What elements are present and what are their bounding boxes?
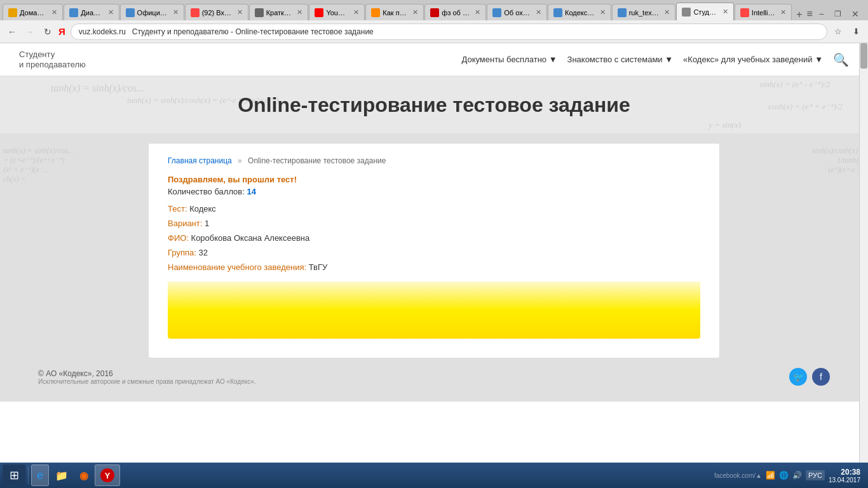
tab-9[interactable]: Об охра... ✕ [487, 4, 547, 20]
browser-chrome: Домашн... ✕ Диалоги ✕ Официал... ✕ (92) … [0, 0, 868, 43]
window-minimize-button[interactable]: − [815, 8, 828, 20]
tab-2[interactable]: Диалоги ✕ [64, 4, 119, 20]
taskbar-sep-1 [28, 466, 29, 484]
score-line: Количество баллов: 14 [168, 187, 700, 196]
math-formula-1: tanh(x) = sinh(x)/cos... [51, 83, 144, 94]
tab-7-close[interactable]: ✕ [412, 8, 418, 17]
forward-button[interactable]: → [23, 25, 37, 39]
tab-11-close[interactable]: ✕ [664, 8, 670, 17]
facebook-button[interactable]: f [812, 368, 830, 386]
breadcrumb-home-link[interactable]: Главная страница [168, 156, 232, 165]
page-area: Студенту и преподавателю Документы беспл… [0, 43, 868, 463]
ie-icon: e [37, 469, 43, 482]
nav-docs[interactable]: Документы бесплатно ▼ [461, 55, 557, 64]
tab-6-close[interactable]: ✕ [353, 8, 359, 17]
tab-13-close[interactable]: ✕ [780, 8, 786, 17]
start-button[interactable]: ⊞ [3, 464, 25, 486]
tab-6[interactable]: YouTube ✕ [309, 4, 365, 20]
twitter-button[interactable]: 🐦 [789, 368, 807, 386]
tab-9-label: Об охра... [504, 9, 531, 17]
tab-12-close[interactable]: ✕ [722, 8, 728, 16]
yandex-logo: Я [58, 26, 65, 37]
taskbar-right: facebook.com/▲ 📶 🌐 🔊 РУС 20:38 13.04.201… [709, 468, 865, 484]
window-close-button[interactable]: ✕ [848, 8, 863, 20]
tab-8-favicon [430, 8, 439, 17]
tab-3-label: Официал... [137, 9, 168, 17]
math-formula-3: y = sin(x) [709, 120, 741, 130]
tab-13[interactable]: Intellicast ✕ [735, 4, 792, 20]
org-label: Наименование учебного заведения: [168, 262, 309, 272]
tab-1[interactable]: Домашн... ✕ [3, 4, 63, 20]
org-value: ТвГУ [309, 262, 328, 272]
tab-11[interactable]: ruk_texpе... ✕ [612, 4, 676, 20]
tab-11-favicon [618, 8, 627, 17]
app3-icon: ◉ [79, 470, 88, 482]
tab-8[interactable]: фз об ох... ✕ [424, 4, 486, 20]
tab-1-close[interactable]: ✕ [51, 8, 57, 17]
tab-13-label: Intellicast [752, 9, 775, 17]
volume-icon: 🔊 [792, 471, 802, 480]
tab-12[interactable]: Студен... ✕ [676, 3, 733, 20]
tab-10-label: Кодекс: в... [565, 9, 595, 17]
back-button[interactable]: ← [5, 25, 19, 39]
new-tab-button[interactable]: + [792, 9, 806, 20]
logo-line2: и преподавателю [19, 60, 86, 70]
score-label: Количество баллов: [168, 187, 247, 196]
tab-4-close[interactable]: ✕ [237, 8, 243, 17]
copyright: © АО «Кодекс», 2016 [38, 369, 256, 378]
tab-2-close[interactable]: ✕ [108, 8, 114, 17]
taskbar: ⊞ e 📁 ◉ Y facebook.com/▲ 📶 🌐 🔊 РУС 20:38… [0, 463, 868, 488]
tab-7-label: Как про... [383, 9, 407, 17]
refresh-button[interactable]: ↻ [41, 25, 55, 39]
tab-9-close[interactable]: ✕ [536, 8, 541, 17]
tab-8-label: фз об ох... [442, 9, 470, 17]
tab-4[interactable]: (92) Вход... ✕ [185, 4, 248, 20]
taskbar-yandex[interactable]: Y [95, 464, 120, 486]
scrollbar[interactable] [859, 43, 868, 463]
taskbar-app3[interactable]: ◉ [74, 464, 93, 486]
tab-3[interactable]: Официал... ✕ [120, 4, 184, 20]
content-card: Главная страница » Online-тестирование т… [148, 143, 720, 358]
score-value: 14 [247, 187, 255, 196]
tab-10[interactable]: Кодекс: в... ✕ [548, 4, 611, 20]
nav-systems[interactable]: Знакомство с системами ▼ [567, 55, 674, 64]
search-button[interactable]: 🔍 [833, 52, 849, 67]
test-label: Тест: [168, 204, 189, 214]
clock-date: 13.04.2017 [829, 477, 860, 484]
tab-8-close[interactable]: ✕ [475, 8, 480, 17]
lang-indicator[interactable]: РУС [806, 470, 825, 480]
tab-10-close[interactable]: ✕ [600, 8, 606, 17]
nav-kodeks[interactable]: «Кодекс» для учебных заведений ▼ [683, 55, 823, 64]
taskbar-files[interactable]: 📁 [50, 464, 73, 486]
bookmark-icon[interactable]: ☆ [831, 25, 845, 39]
folder-icon: 📁 [55, 470, 68, 482]
tab-7-favicon [371, 8, 380, 17]
group-label: Группа: [168, 248, 198, 257]
tab-3-favicon [126, 8, 135, 17]
tab-2-label: Диалоги [81, 9, 102, 17]
scroll-thumb[interactable] [860, 43, 867, 69]
tab-3-close[interactable]: ✕ [173, 8, 179, 17]
breadcrumb-separator: » [238, 156, 242, 165]
tab-7[interactable]: Как про... ✕ [365, 4, 424, 20]
window-menu-icon[interactable]: ≡ [806, 8, 812, 20]
tab-5-close[interactable]: ✕ [297, 8, 302, 17]
tab-4-label: (92) Вход... [202, 9, 232, 17]
tab-6-favicon [315, 8, 323, 17]
variant-line: Вариант: 1 [168, 219, 700, 228]
network-icon: 🌐 [779, 471, 789, 480]
tab-5-favicon [255, 8, 264, 17]
math-formula-4: sinh(x) = (eˣ - e⁻ˣ)/2 [760, 79, 830, 90]
tab-5[interactable]: Краткий... ✕ [249, 4, 309, 20]
window-restore-button[interactable]: ❐ [831, 8, 845, 20]
tab-4-favicon [191, 8, 200, 17]
download-icon[interactable]: ⬇ [849, 25, 863, 39]
taskbar-ie[interactable]: e [31, 464, 49, 486]
website: Студенту и преподавателю Документы беспл… [0, 43, 868, 463]
clock-time: 20:38 [829, 468, 860, 477]
address-input[interactable] [71, 24, 827, 40]
clock[interactable]: 20:38 13.04.2017 [829, 468, 860, 484]
logo-line1: Студенту [19, 50, 86, 60]
yellow-area [168, 281, 700, 339]
social-icons: 🐦 f [789, 368, 830, 386]
